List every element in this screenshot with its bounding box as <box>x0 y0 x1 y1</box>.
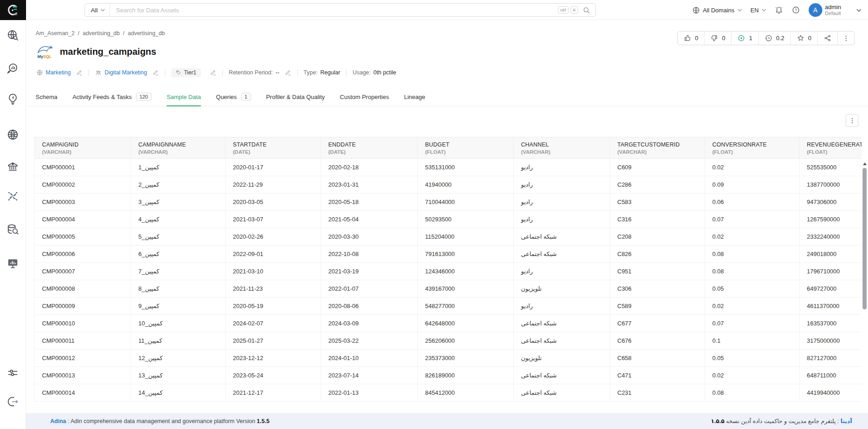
table-cell: شبکه اجتماعی <box>514 315 610 332</box>
search-scope-dropdown[interactable]: All <box>85 4 110 16</box>
table-cell: 845412000 <box>418 384 514 402</box>
table-cell: 2022-10-08 <box>321 246 418 263</box>
governance-icon[interactable] <box>0 160 26 173</box>
edit-team-icon[interactable] <box>153 69 159 76</box>
usage-label: Usage: <box>352 69 371 76</box>
star-icon <box>797 34 805 42</box>
table-cell: کمپین_13 <box>131 367 226 384</box>
footer-version-fa: ۱.۵.۵ <box>711 418 725 424</box>
follow-button[interactable]: 0 <box>791 31 818 45</box>
edit-retention-icon[interactable] <box>285 69 291 76</box>
team-icon <box>95 69 102 76</box>
user-role: Default <box>825 10 841 16</box>
settings-icon[interactable] <box>0 366 26 379</box>
adina-logo-icon <box>6 3 20 17</box>
table-cell: کمپین_4 <box>131 211 226 228</box>
automation-icon[interactable] <box>0 190 26 203</box>
table-row: CMP000010کمپین_102024-02-072024-03-09642… <box>35 315 862 332</box>
tasks-button[interactable]: 1 <box>731 31 758 45</box>
table-cell: 235373000 <box>418 350 514 367</box>
tier-chip[interactable]: Tier1 <box>171 68 201 77</box>
tab-sample-data[interactable]: Sample Data <box>167 88 201 106</box>
table-cell: 124346000 <box>418 263 514 280</box>
table-cell: CMP000013 <box>35 367 131 384</box>
table-cell: 2022-01-13 <box>321 384 418 402</box>
share-button[interactable] <box>818 31 838 45</box>
tab-profiler-data-quality[interactable]: Profiler & Data Quality <box>266 88 325 106</box>
table-cell: شبکه اجتماعی <box>514 228 610 246</box>
thumbs-up-icon <box>684 34 691 42</box>
tab-schema[interactable]: Schema <box>36 88 58 106</box>
bell-icon <box>775 6 783 14</box>
table-cell: 4611370000 <box>800 298 862 315</box>
footer-brand-en[interactable]: Adina <box>50 418 66 424</box>
domains-dropdown[interactable]: All Domains <box>692 6 742 14</box>
table-cell: 535131000 <box>418 159 514 176</box>
table-cell: 2020-05-18 <box>321 194 418 211</box>
edit-tier-icon[interactable] <box>210 69 216 76</box>
team-link[interactable]: Digital Marketing <box>105 69 147 76</box>
search-icon[interactable] <box>583 6 590 14</box>
help-button[interactable]: ? <box>792 6 800 14</box>
table-cell: شبکه اجتماعی <box>514 332 610 350</box>
tab-queries[interactable]: Queries1 <box>216 88 251 106</box>
language-label: EN <box>751 7 759 14</box>
tier-label: Tier1 <box>184 69 196 76</box>
table-options-button[interactable] <box>846 114 858 127</box>
domain-link[interactable]: Marketing <box>46 69 71 76</box>
table-row: CMP000003کمپین_32020-03-052020-05-187100… <box>35 194 862 211</box>
downvote-button[interactable]: 0 <box>705 31 731 45</box>
user-menu[interactable]: A admin Default <box>809 3 841 17</box>
tab-custom-properties[interactable]: Custom Properties <box>340 88 389 106</box>
table-cell: رادیو <box>514 194 610 211</box>
edit-domain-icon[interactable] <box>76 69 83 76</box>
breadcrumb-schema[interactable]: advertising_db <box>128 30 165 37</box>
column-header: BUDGET(FLOAT) <box>418 137 514 159</box>
upvote-button[interactable]: 0 <box>678 31 705 45</box>
breadcrumb-service[interactable]: Am_Aseman_2 <box>36 30 74 37</box>
app-logo[interactable] <box>0 0 26 20</box>
global-search[interactable]: All Search for Data Assets ctrl K <box>84 3 596 17</box>
explore-icon[interactable] <box>0 29 26 42</box>
search-input[interactable]: Search for Data Assets <box>110 7 558 14</box>
retention-label: Retention Period: <box>229 69 273 76</box>
column-header: TARGETCUSTOMERID(VARCHAR) <box>610 137 705 159</box>
table-cell: 439167000 <box>418 280 514 298</box>
footer-brand-fa[interactable]: آدینا <box>841 418 852 424</box>
logout-icon[interactable] <box>0 395 26 408</box>
user-menu-chevron-icon[interactable] <box>856 9 862 12</box>
more-menu-button[interactable] <box>838 31 854 45</box>
language-dropdown[interactable]: EN <box>751 7 766 14</box>
tab-lineage[interactable]: Lineage <box>404 88 425 106</box>
table-cell: 0.08 <box>705 246 800 263</box>
table-cell: کمپین_1 <box>131 159 226 176</box>
table-cell: کمپین_11 <box>131 332 226 350</box>
suggestions-icon[interactable] <box>0 93 26 105</box>
scrollbar-thumb[interactable] <box>863 168 867 309</box>
notifications-button[interactable] <box>775 6 783 14</box>
version-button[interactable]: 0.2 <box>759 31 791 45</box>
table-scrollbar[interactable] <box>862 161 867 412</box>
table-cell: 50293500 <box>418 211 514 228</box>
observability-icon[interactable] <box>0 257 26 270</box>
table-cell: 2024-01-10 <box>321 350 418 367</box>
table-cell: کمپین_14 <box>131 384 226 402</box>
tab-activity-feeds-tasks[interactable]: Activity Feeds & Tasks120 <box>73 88 152 106</box>
domains-icon[interactable] <box>0 128 26 141</box>
breadcrumb-database[interactable]: advertising_db <box>83 30 120 37</box>
type-meta: Type: Regular <box>304 69 340 76</box>
table-cell: 0.07 <box>705 211 800 228</box>
tabs: SchemaActivity Feeds & Tasks120Sample Da… <box>26 88 868 106</box>
kebab-icon <box>849 117 856 124</box>
usage-meta: Usage: 0th pctile <box>352 69 396 76</box>
scroll-up-arrow-icon[interactable] <box>863 162 867 165</box>
data-discovery-icon[interactable] <box>0 223 26 236</box>
table-cell: 163537000 <box>800 315 862 332</box>
table-cell: CMP000003 <box>35 194 131 211</box>
table-cell: 0.1 <box>705 332 800 350</box>
table-cell: C471 <box>610 367 705 384</box>
table-cell: 0.05 <box>705 350 800 367</box>
table-cell: C286 <box>610 176 705 194</box>
insights-icon[interactable] <box>0 62 26 75</box>
table-cell: CMP000008 <box>35 280 131 298</box>
